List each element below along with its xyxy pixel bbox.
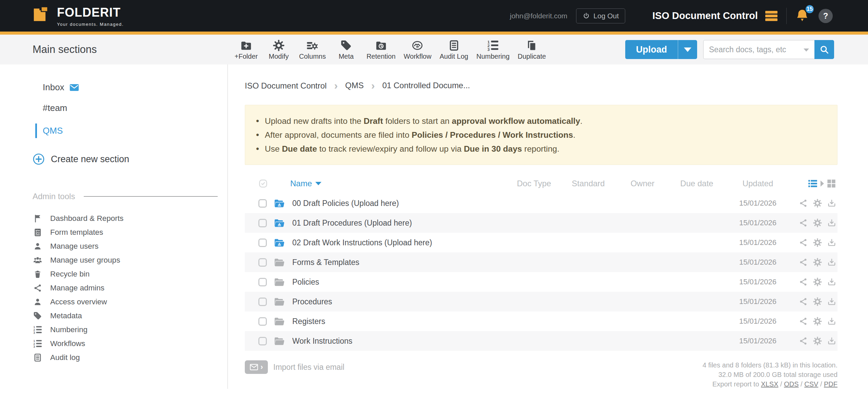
- folder-name[interactable]: Policies: [290, 278, 509, 287]
- toolbar-button[interactable]: Modify: [267, 39, 291, 60]
- list-view-icon[interactable]: [808, 179, 818, 188]
- toolbar-button[interactable]: +Folder: [234, 39, 258, 60]
- column-header-standard[interactable]: Standard: [559, 179, 617, 188]
- admin-tool-item[interactable]: Dashboard & Reports: [33, 211, 123, 225]
- search-input[interactable]: [703, 40, 814, 59]
- admin-tool-item[interactable]: Recycle bin: [33, 267, 90, 281]
- export-link[interactable]: XLSX: [761, 380, 778, 388]
- row-checkbox[interactable]: [258, 337, 267, 345]
- updated-date: 15/01/2026: [726, 297, 790, 306]
- help-button[interactable]: ?: [818, 9, 833, 23]
- row-checkbox[interactable]: [258, 298, 267, 306]
- toolbar-button[interactable]: 123 Numbering: [476, 39, 510, 60]
- export-link[interactable]: ODS: [784, 380, 798, 388]
- settings-gear-icon[interactable]: [813, 258, 822, 267]
- admin-tool-label: Audit log: [50, 353, 80, 362]
- admin-tool-item[interactable]: Audit log: [33, 350, 80, 364]
- download-tray-icon[interactable]: [827, 258, 836, 267]
- row-checkbox[interactable]: [258, 239, 267, 247]
- create-new-section-button[interactable]: Create new section: [33, 153, 129, 165]
- settings-gear-icon[interactable]: [813, 218, 822, 227]
- admin-tool-item[interactable]: Manage user groups: [33, 253, 120, 267]
- column-header-doc-type[interactable]: Doc Type: [509, 179, 559, 188]
- search-button[interactable]: [814, 40, 834, 59]
- toolbar-button[interactable]: Audit Log: [439, 39, 468, 60]
- share-icon[interactable]: [799, 317, 808, 326]
- upload-dropdown-button[interactable]: [678, 40, 697, 59]
- select-all-checkbox-icon[interactable]: [258, 179, 268, 188]
- chevron-down-icon: [684, 48, 691, 52]
- settings-gear-icon[interactable]: [813, 297, 822, 306]
- toolbar-button[interactable]: Columns: [299, 39, 326, 60]
- row-checkbox[interactable]: [258, 317, 267, 326]
- admin-tool-item[interactable]: Manage admins: [33, 281, 104, 295]
- share-icon[interactable]: [799, 238, 808, 247]
- column-header-updated[interactable]: Updated: [726, 179, 790, 188]
- admin-tool-label: Numbering: [50, 325, 87, 334]
- column-header-due-date[interactable]: Due date: [668, 179, 726, 188]
- folder-name[interactable]: Procedures: [290, 297, 509, 306]
- row-checkbox[interactable]: [258, 278, 267, 286]
- breadcrumb-item[interactable]: 01 Controlled Docume...: [364, 79, 470, 92]
- hamburger-menu-icon[interactable]: [765, 11, 778, 21]
- download-tray-icon[interactable]: [827, 317, 836, 326]
- updated-date: 15/01/2026: [726, 337, 790, 345]
- folder-name[interactable]: Registers: [290, 317, 509, 326]
- admin-tool-item[interactable]: 123 Numbering: [33, 323, 87, 337]
- download-tray-icon[interactable]: [827, 238, 836, 247]
- row-checkbox[interactable]: [258, 219, 267, 227]
- export-link[interactable]: PDF: [824, 380, 837, 388]
- share-icon[interactable]: [799, 218, 808, 227]
- column-header-name[interactable]: Name: [290, 179, 509, 188]
- settings-gear-icon[interactable]: [813, 278, 822, 286]
- row-checkbox[interactable]: [258, 258, 267, 267]
- folderit-logo-icon: [33, 5, 52, 24]
- admin-tool-item[interactable]: Form templates: [33, 225, 103, 239]
- settings-gear-icon[interactable]: [813, 317, 822, 326]
- toolbar-button[interactable]: Duplicate: [518, 39, 546, 60]
- grid-view-icon[interactable]: [827, 179, 836, 188]
- admin-tool-item[interactable]: 123 Workflows: [33, 337, 85, 350]
- settings-gear-icon[interactable]: [813, 337, 822, 345]
- settings-gear-icon[interactable]: [813, 199, 822, 208]
- import-email-button[interactable]: ›: [245, 360, 268, 374]
- folder-name[interactable]: 01 Draft Procedures (Upload here): [290, 218, 509, 228]
- table-row: Registers 15/01/2026: [245, 311, 837, 331]
- brand-logo[interactable]: FOLDERIT Your documents. Managed.: [33, 5, 124, 27]
- row-checkbox[interactable]: [258, 199, 267, 208]
- folder-name[interactable]: Forms & Templates: [290, 258, 509, 267]
- notifications-button[interactable]: 15: [795, 8, 810, 23]
- column-header-owner[interactable]: Owner: [617, 179, 668, 188]
- admin-tool-label: Access overview: [50, 298, 107, 306]
- folder-name[interactable]: 02 Draft Work Instructions (Upload here): [290, 238, 509, 247]
- upload-button[interactable]: Upload: [625, 40, 678, 59]
- admin-tool-item[interactable]: Metadata: [33, 309, 82, 323]
- toolbar-button[interactable]: Meta: [334, 39, 358, 60]
- breadcrumb-item[interactable]: QMS: [327, 79, 363, 92]
- download-tray-icon[interactable]: [827, 199, 836, 208]
- sidebar-section-item[interactable]: QMS: [35, 124, 63, 138]
- sidebar-section-item[interactable]: #team: [43, 103, 67, 113]
- stats-storage: 32.0 MB of 200.0 GB total storage used: [703, 370, 837, 379]
- admin-tool-item[interactable]: Manage users: [33, 239, 99, 253]
- download-tray-icon[interactable]: [827, 337, 836, 345]
- search-options-caret-icon[interactable]: [804, 49, 809, 52]
- share-icon[interactable]: [799, 278, 808, 286]
- export-link[interactable]: CSV: [804, 380, 818, 388]
- admin-tool-item[interactable]: Access overview: [33, 295, 107, 309]
- logout-button[interactable]: Log Out: [576, 8, 625, 23]
- download-tray-icon[interactable]: [827, 297, 836, 306]
- folder-name[interactable]: Work Instructions: [290, 337, 509, 346]
- sidebar-section-item[interactable]: Inbox: [43, 82, 79, 93]
- toolbar-button[interactable]: Workflow: [404, 39, 432, 60]
- share-icon[interactable]: [799, 199, 808, 208]
- share-icon[interactable]: [799, 297, 808, 306]
- folder-name[interactable]: 00 Draft Policies (Upload here): [290, 199, 509, 208]
- download-tray-icon[interactable]: [827, 218, 836, 227]
- share-icon[interactable]: [799, 337, 808, 345]
- settings-gear-icon[interactable]: [813, 238, 822, 247]
- toolbar-button[interactable]: Retention: [367, 39, 396, 60]
- share-icon[interactable]: [799, 258, 808, 267]
- breadcrumb-item[interactable]: ISO Document Control: [245, 81, 327, 91]
- download-tray-icon[interactable]: [827, 278, 836, 286]
